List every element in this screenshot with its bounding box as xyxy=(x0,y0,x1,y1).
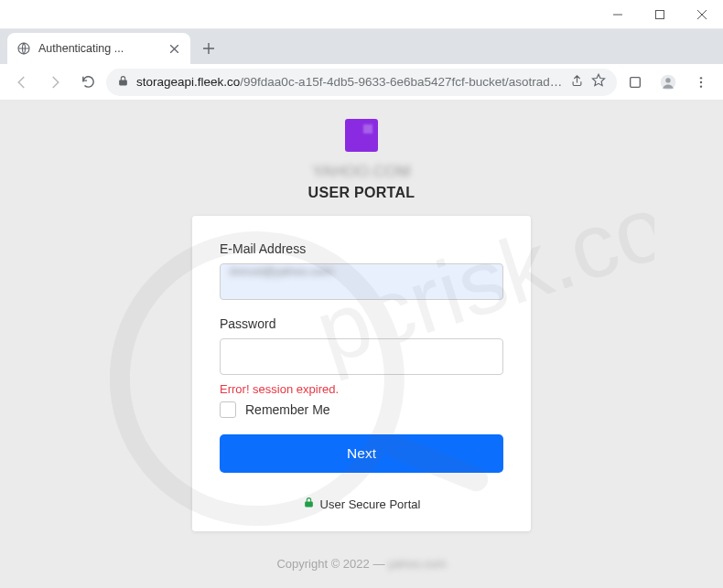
reload-button[interactable] xyxy=(73,68,103,97)
footer-copyright: Copyright © 2022 — yahoo.com xyxy=(276,557,446,571)
page-title: USER PORTAL xyxy=(308,185,415,201)
window-maximize-button[interactable] xyxy=(639,0,681,29)
window-titlebar xyxy=(0,0,723,29)
svg-point-7 xyxy=(700,85,702,87)
password-field[interactable] xyxy=(220,338,503,375)
tab-title: Authenticating ... xyxy=(38,42,159,55)
email-field[interactable]: tmrust@yahoo.com xyxy=(220,263,503,300)
tab-strip: Authenticating ... xyxy=(0,29,723,64)
login-card: E-Mail Address tmrust@yahoo.com Password… xyxy=(192,216,531,531)
window-minimize-button[interactable] xyxy=(597,0,639,29)
svg-point-5 xyxy=(700,77,702,79)
menu-icon[interactable] xyxy=(686,68,716,97)
extensions-icon[interactable] xyxy=(620,68,650,97)
new-tab-button[interactable] xyxy=(196,36,221,61)
profile-icon[interactable] xyxy=(653,68,683,97)
viewport: pcrisk.com YAHOO.COM USER PORTAL E-Mail … xyxy=(0,101,723,588)
lock-icon xyxy=(117,75,129,90)
secure-portal-label: User Secure Portal xyxy=(320,497,421,511)
password-label: Password xyxy=(220,316,503,331)
window-close-button[interactable] xyxy=(681,0,723,29)
bookmark-icon[interactable] xyxy=(591,73,606,91)
email-label: E-Mail Address xyxy=(220,241,503,256)
address-bar[interactable]: storageapi.fleek.co/99fdaa0c-a15f-4db5-9… xyxy=(106,69,617,96)
brand-name: YAHOO.COM xyxy=(312,163,410,181)
lock-icon xyxy=(303,497,315,511)
globe-icon xyxy=(16,41,31,56)
tab-close-button[interactable] xyxy=(167,41,181,56)
back-button[interactable] xyxy=(7,68,37,97)
error-message: Error! session expired. xyxy=(220,382,503,396)
site-logo xyxy=(345,119,378,152)
next-button[interactable]: Next xyxy=(220,434,503,473)
svg-point-4 xyxy=(665,78,670,82)
remember-checkbox[interactable] xyxy=(220,401,236,418)
remember-label: Remember Me xyxy=(245,402,330,417)
share-icon[interactable] xyxy=(570,74,584,91)
svg-point-6 xyxy=(700,80,702,82)
toolbar: storageapi.fleek.co/99fdaa0c-a15f-4db5-9… xyxy=(0,64,723,101)
forward-button[interactable] xyxy=(40,68,70,97)
svg-rect-0 xyxy=(656,10,664,18)
svg-rect-2 xyxy=(631,77,641,87)
browser-tab[interactable]: Authenticating ... xyxy=(7,33,190,64)
url-text: storageapi.fleek.co/99fdaa0c-a15f-4db5-9… xyxy=(136,75,563,89)
